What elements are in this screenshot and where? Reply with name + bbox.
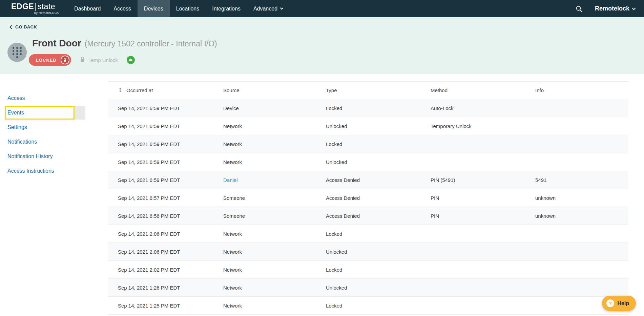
cell-method: Auto-Lock [421,99,526,117]
table-row: Sep 14, 2021 1:26 PM EDT Network Unlocke… [108,279,628,297]
device-type-icon [7,43,27,62]
temp-unlock-label: Temp Unlock [88,57,118,63]
logo-divider: | [35,3,37,10]
type-value: Access Denied [326,213,360,219]
column-type: Type [316,82,421,99]
page-title: Front Door [32,38,81,49]
column-label: Method [431,87,448,93]
help-icon: ? [606,299,614,307]
cell-info: 5491 [526,171,628,189]
logo-brand-right: state [38,3,55,10]
app-logo[interactable]: EDGE | state By RemoteLOCK [7,3,59,15]
sidebar-item-label: Events [7,110,24,116]
sidebar-item-notifications[interactable]: Notifications [0,134,108,149]
cell-occurred-at: Sep 14, 2021 6:59 PM EDT [108,99,214,117]
help-button[interactable]: ? Help [602,296,636,311]
column-method: Method [421,82,526,99]
temp-unlock-button[interactable]: Temp Unlock [79,56,118,64]
cell-occurred-at: Sep 14, 2021 6:59 PM EDT [108,153,214,171]
cell-source: Someone [214,207,316,225]
cell-info: unknown [526,207,628,225]
nav-item-dashboard[interactable]: Dashboard [68,0,107,17]
sidebar-item-settings[interactable]: Settings [0,120,108,134]
cell-method [421,135,526,153]
table-row: Sep 14, 2021 2:06 PM EDT Network Locked [108,225,628,243]
chevron-down-icon [280,6,284,10]
type-value: Locked [326,231,342,237]
cell-method: PIN (5491) [421,171,526,189]
sidebar-item-access-instructions[interactable]: Access Instructions [0,164,108,178]
cell-source: Network [214,297,316,315]
occurred-at-value: Sep 14, 2021 6:59 PM EDT [118,105,180,111]
nav-item-devices[interactable]: Devices [138,0,170,17]
cell-type: Access Denied [316,171,421,189]
cell-type: Unlocked [316,117,421,135]
table-row: Sep 14, 2021 2:02 PM EDT Network Locked [108,261,628,279]
cell-info [526,225,628,243]
table-row: Sep 14, 2021 6:56 PM EDT Someone Access … [108,207,628,225]
source-value: Device [223,105,239,111]
cell-info [526,99,628,117]
events-table: Occurred at Source Type Method Info Sep … [108,81,628,315]
lock-status-label: LOCKED [36,58,57,63]
occurred-at-value: Sep 14, 2021 6:59 PM EDT [118,123,180,129]
type-value: Locked [326,141,342,147]
column-label: Type [326,87,337,93]
type-value: Access Denied [326,195,360,201]
cell-type: Locked [316,99,421,117]
cell-type: Unlocked [316,153,421,171]
sidebar-item-notification-history[interactable]: Notification History [0,149,108,164]
go-back-link[interactable]: GO BACK [10,24,37,29]
cell-type: Locked [316,225,421,243]
account-menu[interactable]: Remotelock [595,5,635,12]
table-row: Sep 14, 2021 6:59 PM EDT Network Unlocke… [108,153,628,171]
nav-item-advanced-label: Advanced [253,6,277,12]
nav-item-access[interactable]: Access [107,0,138,17]
type-value: Unlocked [326,123,347,129]
cell-type: Access Denied [316,189,421,207]
sidebar-item-events[interactable]: Events [0,105,108,120]
method-value: Temporary Unlock [431,123,472,129]
device-status-row: LOCKED Temp Unlock [29,54,135,66]
cell-method [421,261,526,279]
source-link[interactable]: Daniel [223,177,238,183]
column-source: Source [214,82,316,99]
cell-occurred-at: Sep 14, 2021 1:26 PM EDT [108,279,214,297]
column-occurred-at[interactable]: Occurred at [108,82,214,99]
type-value: Locked [326,303,342,309]
logo-byline: By RemoteLOCK [34,12,59,15]
column-label: Source [223,87,240,93]
online-status-icon [127,56,135,64]
lock-icon [61,56,69,64]
cell-method [421,243,526,261]
device-title-row: Front Door (Mercury 1502 controller - In… [32,38,217,49]
table-row: Sep 14, 2021 2:06 PM EDT Network Unlocke… [108,243,628,261]
source-value: Network [223,231,242,237]
sidebar-item-access[interactable]: Access [0,91,108,105]
logo-brand-left: EDGE [11,3,34,10]
source-value: Network [223,285,242,291]
nav-item-advanced[interactable]: Advanced [247,0,289,17]
nav-item-locations[interactable]: Locations [170,0,206,17]
events-table-container: Occurred at Source Type Method Info Sep … [108,81,628,315]
info-value: unknown [535,195,556,201]
cell-occurred-at: Sep 14, 2021 6:59 PM EDT [108,117,214,135]
table-row: Sep 14, 2021 6:59 PM EDT Daniel Access D… [108,171,628,189]
cell-type: Locked [316,261,421,279]
table-row: Sep 14, 2021 6:59 PM EDT Network Locked [108,135,628,153]
nav-item-integrations[interactable]: Integrations [206,0,247,17]
sidebar-item-label: Settings [7,124,27,130]
cell-occurred-at: Sep 14, 2021 2:02 PM EDT [108,261,214,279]
sidebar-item-label: Access [7,95,25,101]
cell-source: Network [214,117,316,135]
type-value: Unlocked [326,249,347,255]
cell-source: Network [214,225,316,243]
lock-status-badge[interactable]: LOCKED [29,54,71,66]
search-icon[interactable] [575,5,583,13]
occurred-at-value: Sep 14, 2021 6:59 PM EDT [118,159,180,165]
cell-occurred-at: Sep 14, 2021 6:59 PM EDT [108,135,214,153]
info-value: 5491 [535,177,546,183]
column-info: Info [526,82,628,99]
occurred-at-value: Sep 14, 2021 2:06 PM EDT [118,249,180,255]
source-value: Network [223,141,242,147]
